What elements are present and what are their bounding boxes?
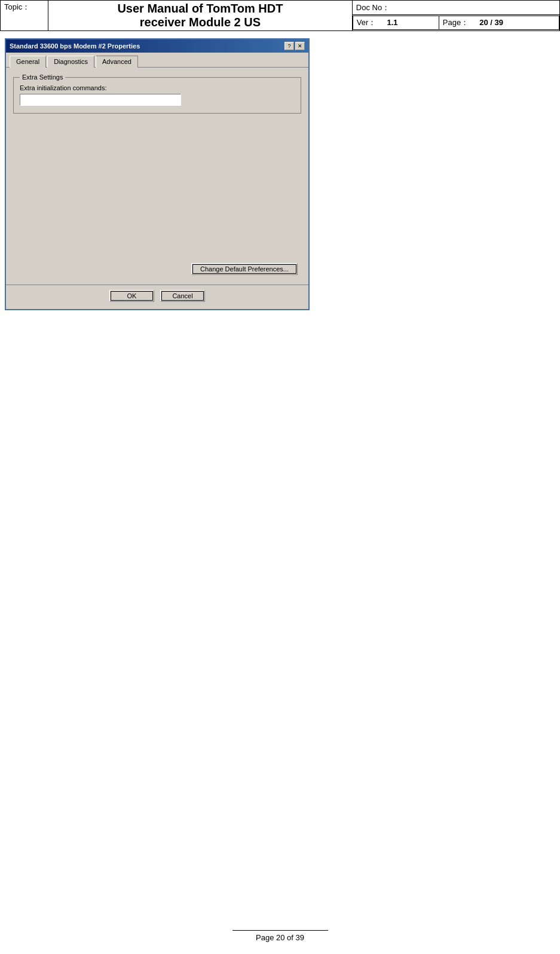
dialog: Standard 33600 bps Modem #2 Properties ?… bbox=[5, 38, 310, 310]
dialog-body: Extra Settings Extra initialization comm… bbox=[6, 68, 308, 285]
dialog-wrapper: Standard 33600 bps Modem #2 Properties ?… bbox=[5, 38, 555, 310]
title-line1: User Manual of TomTom HDT bbox=[117, 2, 283, 15]
ver-value: 1.1 bbox=[387, 18, 397, 27]
topic-label: Topic： bbox=[1, 1, 48, 31]
title-line2: receiver Module 2 US bbox=[140, 16, 261, 29]
tab-advanced[interactable]: Advanced bbox=[96, 56, 138, 68]
page-cell: Page： 20 / 39 bbox=[439, 16, 559, 30]
tab-general[interactable]: General bbox=[10, 56, 46, 68]
extra-init-input[interactable] bbox=[20, 94, 181, 106]
header-table: Topic： User Manual of TomTom HDT receive… bbox=[0, 0, 560, 31]
page-value: 20 / 39 bbox=[479, 18, 503, 27]
mid-buttons-area: Change Default Preferences... bbox=[13, 263, 301, 275]
title-bar: Standard 33600 bps Modem #2 Properties ?… bbox=[6, 39, 308, 53]
docno-label: Doc No： bbox=[356, 3, 390, 12]
ok-button[interactable]: OK bbox=[109, 290, 154, 302]
close-button[interactable]: ✕ bbox=[295, 42, 305, 50]
title-bar-buttons: ? ✕ bbox=[284, 42, 305, 50]
group-box-legend: Extra Settings bbox=[20, 74, 65, 81]
page-footer: Page 20 of 39 bbox=[0, 930, 560, 942]
document-title: User Manual of TomTom HDT receiver Modul… bbox=[48, 1, 353, 31]
footer-line bbox=[232, 930, 328, 931]
footer-text: Page 20 of 39 bbox=[256, 933, 304, 942]
help-button[interactable]: ? bbox=[284, 42, 294, 50]
bottom-buttons: OK Cancel bbox=[6, 285, 308, 309]
extra-settings-group: Extra Settings Extra initialization comm… bbox=[13, 74, 301, 114]
ver-page-cell: Ver： 1.1 Page： 20 / 39 bbox=[352, 15, 559, 31]
cancel-button[interactable]: Cancel bbox=[160, 290, 205, 302]
tab-diagnostics[interactable]: Diagnostics bbox=[47, 56, 94, 68]
docno-cell: Doc No： bbox=[352, 1, 559, 15]
change-default-button[interactable]: Change Default Preferences... bbox=[191, 263, 298, 275]
dialog-title: Standard 33600 bps Modem #2 Properties bbox=[10, 42, 140, 50]
empty-area bbox=[13, 120, 301, 263]
ver-label: Ver： 1.1 bbox=[353, 16, 439, 30]
tab-bar: General Diagnostics Advanced bbox=[6, 53, 308, 68]
extra-init-label: Extra initialization commands: bbox=[20, 84, 295, 91]
page-content: Standard 33600 bps Modem #2 Properties ?… bbox=[0, 31, 560, 317]
topic-text: Topic： bbox=[4, 2, 30, 11]
